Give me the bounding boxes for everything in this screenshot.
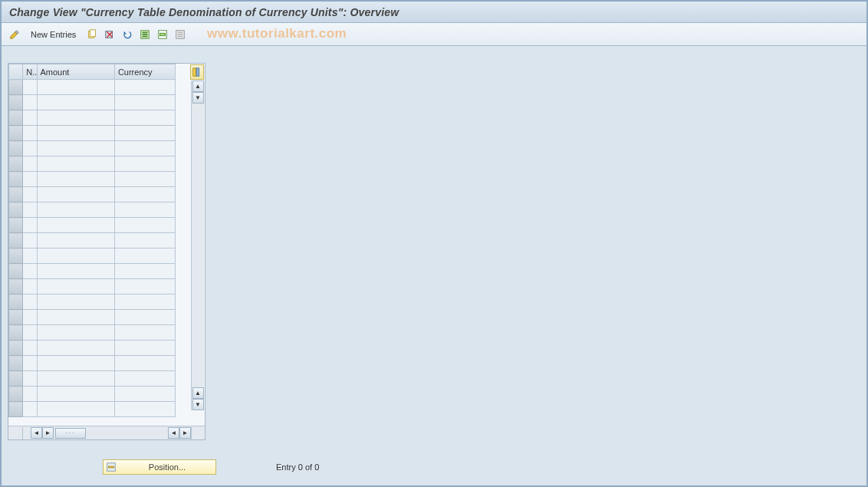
row-selector[interactable] <box>9 80 23 95</box>
cell-n[interactable] <box>23 264 37 279</box>
cell-amount[interactable] <box>37 341 114 356</box>
table-row[interactable] <box>9 248 176 264</box>
cell-n[interactable] <box>23 387 37 402</box>
cell-currency[interactable] <box>114 387 175 402</box>
cell-currency[interactable] <box>114 233 175 248</box>
cell-n[interactable] <box>23 325 37 341</box>
cell-currency[interactable] <box>114 325 175 341</box>
cell-amount[interactable] <box>37 295 114 310</box>
row-selector[interactable] <box>9 310 23 325</box>
column-header-select[interactable] <box>9 64 23 80</box>
scroll-right-button[interactable]: ► <box>179 427 191 439</box>
row-selector[interactable] <box>9 371 23 387</box>
select-all-button[interactable] <box>136 26 153 43</box>
cell-currency[interactable] <box>114 310 175 325</box>
cell-n[interactable] <box>23 156 37 172</box>
table-row[interactable] <box>9 356 176 371</box>
cell-currency[interactable] <box>114 141 175 156</box>
cell-currency[interactable] <box>114 248 175 264</box>
cell-amount[interactable] <box>37 110 114 126</box>
cell-amount[interactable] <box>37 387 114 402</box>
row-selector[interactable] <box>9 202 23 218</box>
cell-amount[interactable] <box>37 95 114 110</box>
row-selector[interactable] <box>9 295 23 310</box>
row-selector[interactable] <box>9 341 23 356</box>
table-row[interactable] <box>9 279 176 295</box>
cell-amount[interactable] <box>37 141 114 156</box>
table-row[interactable] <box>9 310 176 325</box>
row-selector[interactable] <box>9 402 23 417</box>
cell-currency[interactable] <box>114 126 175 141</box>
cell-n[interactable] <box>23 310 37 325</box>
cell-n[interactable] <box>23 141 37 156</box>
scroll-left-button[interactable]: ◄ <box>31 427 42 439</box>
cell-n[interactable] <box>23 126 37 141</box>
scroll-left-step-button[interactable]: ◄ <box>168 427 179 439</box>
table-row[interactable] <box>9 402 176 417</box>
table-row[interactable] <box>9 295 176 310</box>
table-row[interactable] <box>9 371 176 387</box>
cell-currency[interactable] <box>114 356 175 371</box>
scroll-up-button[interactable]: ▲ <box>192 81 204 92</box>
row-selector[interactable] <box>9 172 23 187</box>
table-row[interactable] <box>9 341 176 356</box>
scroll-right-step-button[interactable]: ► <box>42 427 54 439</box>
scroll-down-button[interactable]: ▼ <box>192 399 204 410</box>
cell-currency[interactable] <box>114 341 175 356</box>
table-row[interactable] <box>9 325 176 341</box>
cell-amount[interactable] <box>37 202 114 218</box>
cell-amount[interactable] <box>37 402 114 417</box>
cell-amount[interactable] <box>37 233 114 248</box>
table-row[interactable] <box>9 156 176 172</box>
cell-n[interactable] <box>23 172 37 187</box>
row-selector[interactable] <box>9 325 23 341</box>
cell-n[interactable] <box>23 371 37 387</box>
table-row[interactable] <box>9 110 176 126</box>
cell-amount[interactable] <box>37 248 114 264</box>
cell-amount[interactable] <box>37 218 114 233</box>
cell-currency[interactable] <box>114 295 175 310</box>
table-row[interactable] <box>9 95 176 110</box>
cell-amount[interactable] <box>37 80 114 95</box>
table-row[interactable] <box>9 202 176 218</box>
cell-amount[interactable] <box>37 310 114 325</box>
select-block-button[interactable] <box>154 26 171 43</box>
horizontal-scrollbar[interactable]: ◄ ► ··· ◄ ► <box>8 426 205 439</box>
cell-amount[interactable] <box>37 264 114 279</box>
table-row[interactable] <box>9 233 176 248</box>
row-selector[interactable] <box>9 156 23 172</box>
cell-amount[interactable] <box>37 126 114 141</box>
cell-currency[interactable] <box>114 95 175 110</box>
cell-n[interactable] <box>23 110 37 126</box>
cell-amount[interactable] <box>37 371 114 387</box>
hscroll-thumb[interactable]: ··· <box>55 428 86 439</box>
cell-currency[interactable] <box>114 202 175 218</box>
row-selector[interactable] <box>9 233 23 248</box>
row-selector[interactable] <box>9 356 23 371</box>
cell-n[interactable] <box>23 95 37 110</box>
cell-currency[interactable] <box>114 172 175 187</box>
table-row[interactable] <box>9 126 176 141</box>
cell-currency[interactable] <box>114 156 175 172</box>
scroll-up-step-button[interactable]: ▲ <box>192 387 204 399</box>
row-selector[interactable] <box>9 279 23 295</box>
cell-currency[interactable] <box>114 371 175 387</box>
cell-amount[interactable] <box>37 172 114 187</box>
table-row[interactable] <box>9 141 176 156</box>
position-button[interactable]: Position... <box>103 459 216 475</box>
row-selector[interactable] <box>9 141 23 156</box>
row-selector[interactable] <box>9 110 23 126</box>
table-row[interactable] <box>9 264 176 279</box>
cell-n[interactable] <box>23 202 37 218</box>
undo-button[interactable] <box>119 26 136 43</box>
cell-n[interactable] <box>23 295 37 310</box>
row-selector[interactable] <box>9 218 23 233</box>
cell-currency[interactable] <box>114 279 175 295</box>
table-configure-button[interactable] <box>190 64 204 80</box>
cell-currency[interactable] <box>114 187 175 202</box>
cell-currency[interactable] <box>114 80 175 95</box>
cell-n[interactable] <box>23 218 37 233</box>
table-row[interactable] <box>9 218 176 233</box>
cell-amount[interactable] <box>37 325 114 341</box>
row-selector[interactable] <box>9 126 23 141</box>
